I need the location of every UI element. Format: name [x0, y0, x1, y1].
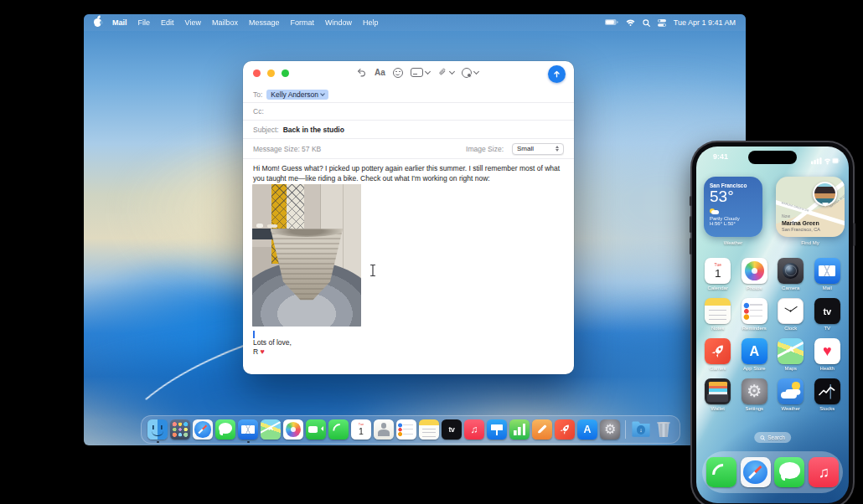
recipient-token[interactable]: Kelly Anderson — [266, 90, 328, 100]
pottery-photo-attachment[interactable] — [252, 184, 361, 327]
iphone-app-weather[interactable]: Weather — [773, 378, 809, 411]
menu-clock[interactable]: Tue Apr 1 9:41 AM — [674, 18, 736, 27]
findmy-widget-label: Find My — [776, 240, 845, 245]
dock-finder[interactable] — [147, 419, 168, 440]
iphone-app-tv[interactable]: TV — [809, 298, 845, 331]
iphone-app-maps[interactable]: Maps — [773, 338, 809, 371]
dock-photos[interactable] — [283, 419, 303, 440]
dock-downloads[interactable] — [631, 419, 651, 440]
message-body[interactable]: Hi Mom! Guess what? I picked up pottery … — [253, 163, 565, 183]
format-icon[interactable]: Aa — [375, 68, 385, 77]
mail-icon — [814, 258, 840, 284]
notes-icon — [705, 298, 731, 324]
iphone-app-photos[interactable]: Photos — [736, 258, 773, 291]
dock-tv[interactable] — [442, 419, 462, 440]
dock-maps[interactable] — [261, 419, 281, 440]
health-heart-icon — [814, 338, 840, 364]
battery-icon[interactable] — [605, 19, 618, 26]
downloads-folder-icon — [631, 419, 651, 440]
chevron-down-icon — [473, 68, 479, 74]
findmy-widget[interactable]: MARINA GREEN DR MARINA BLVD Now Marina G… — [776, 177, 845, 237]
dock-pages[interactable] — [532, 419, 552, 440]
image-size-control: Image Size: Small — [466, 143, 564, 155]
dock-notes[interactable] — [419, 419, 439, 440]
iphone-app-games[interactable]: Games — [700, 338, 736, 371]
image-size-select[interactable]: Small — [512, 143, 564, 155]
iphone-app-clock[interactable]: Clock — [773, 298, 809, 331]
search-icon[interactable] — [643, 19, 650, 27]
iphone-app-stocks[interactable]: Stocks — [809, 378, 845, 411]
iphone-app-settings[interactable]: Settings — [736, 378, 773, 411]
dock-app-store[interactable] — [577, 419, 597, 440]
iphone-app-calendar[interactable]: Tue1Calendar — [700, 258, 736, 291]
to-field[interactable]: To: Kelly Anderson — [243, 86, 574, 103]
message-closing[interactable]: Lots of love, R ♥ — [253, 338, 292, 357]
dock-numbers[interactable] — [509, 419, 530, 440]
iphone-app-reminders[interactable]: Reminders — [736, 298, 773, 331]
search-icon — [760, 435, 765, 440]
facetime-icon — [306, 419, 326, 440]
menu-window[interactable]: Window — [325, 18, 352, 27]
emoji-icon[interactable] — [393, 68, 403, 78]
menu-edit[interactable]: Edit — [161, 18, 174, 27]
minimize-button[interactable] — [267, 69, 275, 77]
menu-format[interactable]: Format — [290, 18, 314, 27]
wallet-icon — [705, 378, 731, 404]
music-icon[interactable] — [809, 457, 839, 487]
control-center-icon[interactable] — [658, 19, 666, 27]
iphone-app-wallet[interactable]: Wallet — [700, 378, 736, 411]
phone-icon — [328, 419, 349, 440]
safari-icon — [193, 419, 213, 440]
menu-app-name[interactable]: Mail — [112, 18, 127, 27]
iphone-app-app-store[interactable]: App Store — [736, 338, 773, 371]
menu-view[interactable]: View — [185, 18, 201, 27]
iphone-app-health[interactable]: Health — [809, 338, 845, 371]
undo-icon[interactable] — [356, 67, 367, 78]
spotlight-search-pill[interactable]: Search — [754, 432, 791, 443]
menu-bar: Mail File Edit View Mailbox Message Form… — [84, 14, 746, 31]
notes-icon — [419, 419, 439, 440]
zoom-button[interactable] — [282, 69, 289, 77]
subject-value: Back in the studio — [283, 126, 344, 134]
dock-games[interactable] — [555, 419, 575, 440]
messages-icon[interactable] — [774, 457, 804, 487]
chevron-down-icon — [449, 68, 455, 74]
dock-launchpad[interactable] — [170, 419, 190, 440]
dock-facetime[interactable] — [306, 419, 326, 440]
safari-icon[interactable] — [741, 457, 771, 487]
insert-photo-button[interactable] — [462, 68, 478, 78]
dock-safari[interactable] — [193, 419, 213, 440]
dock-music[interactable] — [464, 419, 484, 440]
dock-phone[interactable] — [328, 419, 349, 440]
attach-button[interactable] — [437, 67, 454, 78]
dock-reminders[interactable] — [396, 419, 416, 440]
image-size-label: Image Size: — [466, 145, 504, 153]
iphone-app-notes[interactable]: Notes — [700, 298, 736, 331]
dock-calendar[interactable]: Tue1 — [351, 419, 371, 440]
dock-settings[interactable] — [600, 419, 620, 440]
wifi-icon[interactable] — [626, 19, 635, 26]
close-button[interactable] — [253, 69, 261, 77]
menu-message[interactable]: Message — [249, 18, 280, 27]
dock-mail[interactable] — [238, 419, 258, 440]
weather-widget[interactable]: San Francisco 53° Partly Cloudy H:56° L:… — [704, 177, 762, 237]
dock-trash[interactable] — [654, 419, 674, 440]
menu-help[interactable]: Help — [363, 18, 379, 27]
menu-mailbox[interactable]: Mailbox — [212, 18, 238, 27]
dock-keynote[interactable] — [487, 419, 507, 440]
cc-field[interactable]: Cc: — [243, 103, 574, 121]
dock-contacts[interactable] — [374, 419, 394, 440]
image-size-value: Small — [517, 145, 534, 152]
media-browser-button[interactable] — [411, 68, 430, 77]
iphone-app-camera[interactable]: Camera — [773, 258, 809, 291]
keynote-icon — [487, 419, 507, 440]
apple-menu-icon[interactable] — [94, 18, 101, 27]
reminders-icon — [742, 298, 767, 324]
subject-field[interactable]: Subject: Back in the studio — [243, 121, 574, 139]
menu-file[interactable]: File — [138, 18, 151, 27]
weather-high-low: H:56° L:50° — [710, 221, 757, 226]
phone-icon[interactable] — [706, 457, 736, 487]
iphone-app-mail[interactable]: Mail — [809, 258, 845, 291]
send-button[interactable] — [548, 65, 566, 83]
dock-messages[interactable] — [215, 419, 235, 440]
